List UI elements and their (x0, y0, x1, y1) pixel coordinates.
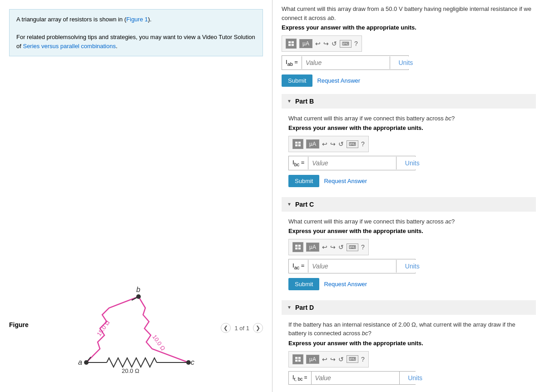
part-b-question: What current will this array if we conne… (288, 114, 529, 123)
svg-rect-14 (295, 248, 297, 250)
help-icon-d[interactable]: ? (361, 356, 365, 363)
reset-icon-d[interactable]: ↺ (338, 356, 344, 363)
btn-row-a: Submit Request Answer (282, 74, 536, 87)
part-b-header[interactable]: ▼ Part B (282, 94, 536, 109)
unit-btn-b[interactable]: μA (306, 139, 319, 149)
input-row-b: Ibc = Units (288, 156, 416, 170)
units-c[interactable]: Units (396, 260, 428, 273)
express-label-b: Express your answer with the appropriate… (288, 124, 529, 131)
redo-icon-b[interactable]: ↪ (330, 140, 336, 148)
grid-btn-c[interactable] (292, 242, 303, 252)
part-c-question: What current will this array if we conne… (288, 217, 529, 226)
part-c-header[interactable]: ▼ Part C (282, 197, 536, 212)
next-arrow[interactable]: ❯ (253, 323, 263, 333)
svg-rect-16 (295, 357, 297, 359)
input-label-c: Iac = (289, 259, 308, 273)
prev-arrow[interactable]: ❮ (221, 323, 231, 333)
unit-btn-c[interactable]: μA (306, 243, 319, 252)
submit-btn-b[interactable]: Submit (288, 175, 319, 187)
part-d-section: ▼ Part D If the battery has an internal … (282, 300, 536, 390)
svg-rect-9 (298, 142, 301, 144)
svg-rect-19 (298, 360, 301, 362)
express-label-a: Express your answer with the appropriate… (282, 24, 536, 31)
part-b-arrow: ▼ (287, 99, 292, 104)
help-icon-b[interactable]: ? (361, 140, 365, 148)
svg-rect-12 (295, 245, 297, 247)
figure-link[interactable]: Figure 1 (126, 16, 148, 23)
undo-icon-c[interactable]: ↩ (322, 243, 327, 251)
input-label-b: Ibc = (289, 156, 308, 170)
svg-rect-6 (288, 44, 291, 46)
reset-icon-b[interactable]: ↺ (338, 140, 344, 148)
btn-row-b: Submit Request Answer (288, 175, 529, 187)
reset-icon-a[interactable]: ↺ (332, 40, 337, 47)
part-c-label: Part C (295, 201, 314, 208)
part-c-arrow: ▼ (287, 202, 292, 207)
unit-btn-d[interactable]: μA (306, 355, 319, 364)
value-input-c[interactable] (308, 260, 396, 273)
units-b[interactable]: Units (396, 157, 428, 169)
help-icon-a[interactable]: ? (354, 40, 358, 47)
svg-rect-17 (298, 357, 301, 359)
grid-btn-b[interactable] (292, 139, 303, 149)
grid-btn-a[interactable] (286, 39, 297, 49)
label-a: a (78, 358, 82, 366)
svg-rect-7 (292, 44, 294, 46)
label-15ohm: 15.0 Ω (95, 319, 111, 337)
submit-btn-a[interactable]: Submit (282, 74, 312, 87)
svg-rect-15 (298, 248, 301, 250)
redo-icon-c[interactable]: ↪ (330, 243, 336, 251)
keyboard-icon-d[interactable]: ⌨ (347, 355, 358, 363)
keyboard-icon-a[interactable]: ⌨ (340, 40, 352, 48)
info-text: A triangular array of resistors is shown… (16, 15, 256, 24)
figure-label: Figure (9, 321, 29, 328)
part-b-label: Part B (295, 98, 314, 105)
part-b-section: ▼ Part B What current will this array if… (282, 94, 536, 193)
redo-icon-d[interactable]: ↪ (330, 356, 336, 363)
part-d-label: Part D (295, 304, 314, 311)
svg-rect-18 (295, 360, 297, 362)
redo-icon-a[interactable]: ↪ (323, 40, 329, 47)
svg-rect-5 (292, 41, 294, 44)
help-icon-c[interactable]: ? (361, 243, 365, 251)
input-row-a: Iab = Units (282, 55, 409, 70)
figure-area: a b c 15.0 Ω 10.0 Ω 20.0 Ω (9, 65, 263, 383)
unit-btn-a[interactable]: μA (299, 39, 312, 48)
undo-icon-a[interactable]: ↩ (315, 40, 321, 47)
undo-icon-d[interactable]: ↩ (322, 356, 327, 363)
request-link-a[interactable]: Request Answer (317, 77, 360, 84)
value-input-b[interactable] (308, 157, 396, 169)
keyboard-icon-b[interactable]: ⌨ (347, 140, 358, 148)
reset-icon-c[interactable]: ↺ (338, 243, 344, 251)
vertex-c (186, 360, 191, 365)
toolbar-a: μA ↩ ↪ ↺ ⌨ ? (282, 35, 362, 52)
part-d-content: If the battery has an internal resistanc… (282, 315, 536, 390)
input-label-d: Ir, bc = (289, 372, 311, 384)
units-a[interactable]: Units (390, 56, 421, 69)
value-input-d[interactable] (311, 372, 399, 384)
resistor-ac (86, 358, 188, 367)
tip-link[interactable]: Series versus parallel combinations (23, 43, 115, 50)
request-link-c[interactable]: Request Answer (324, 281, 367, 288)
info-box: A triangular array of resistors is shown… (9, 9, 263, 56)
keyboard-icon-c[interactable]: ⌨ (347, 243, 358, 251)
request-link-b[interactable]: Request Answer (324, 178, 367, 184)
resistor-ab (86, 297, 139, 362)
label-c: c (191, 358, 194, 366)
submit-btn-c[interactable]: Submit (288, 278, 319, 290)
express-label-c: Express your answer with the appropriate… (288, 228, 529, 234)
svg-rect-4 (288, 41, 291, 44)
part-d-header[interactable]: ▼ Part D (282, 300, 536, 315)
value-input-a[interactable] (302, 56, 390, 69)
undo-icon-b[interactable]: ↩ (322, 140, 327, 148)
grid-btn-d[interactable] (292, 354, 303, 364)
toolbar-b: μA ↩ ↪ ↺ ⌨ ? (288, 136, 369, 152)
figure-nav: ❮ 1 of 1 ❯ (221, 323, 263, 333)
vertex-b (136, 294, 141, 299)
input-row-d: Ir, bc = Units (288, 371, 416, 385)
circuit-diagram: a b c 15.0 Ω 10.0 Ω 20.0 Ω (73, 283, 200, 374)
toolbar-c: μA ↩ ↪ ↺ ⌨ ? (288, 239, 369, 255)
nav-text: 1 of 1 (234, 325, 249, 332)
units-d[interactable]: Units (399, 372, 431, 384)
btn-row-c: Submit Request Answer (288, 278, 529, 290)
